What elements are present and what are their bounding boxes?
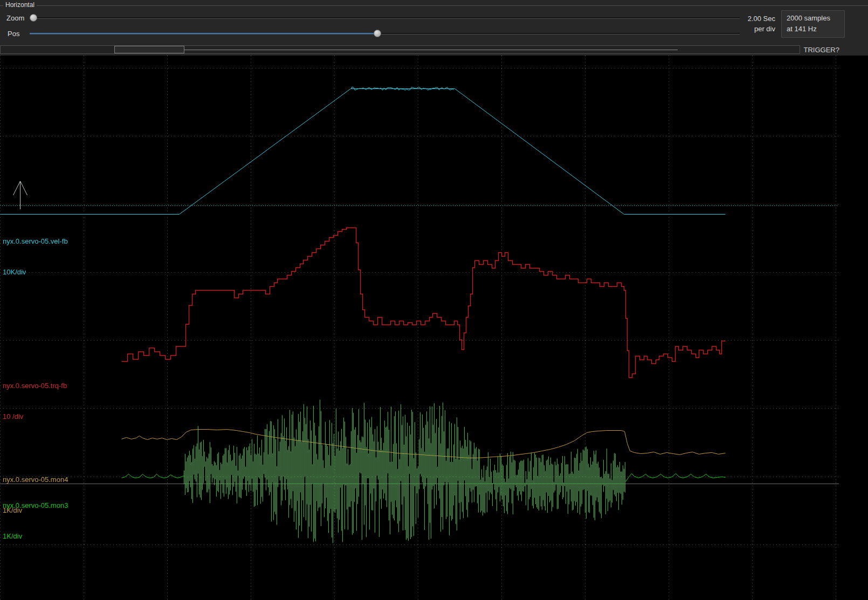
channel-scale: 1K/div bbox=[3, 531, 68, 541]
channel-name: nyx.0.servo-05.vel-fb bbox=[3, 236, 68, 246]
pos-slider-thumb[interactable] bbox=[374, 30, 381, 37]
zoom-slider-thumb[interactable] bbox=[30, 14, 37, 22]
zoom-label: Zoom bbox=[6, 14, 24, 22]
trigger-status[interactable]: TRIGGER? bbox=[780, 46, 839, 54]
channel-label-trq-fb: nyx.0.servo-05.trq-fb 10 /div bbox=[3, 360, 67, 442]
samples-rate: at 141 Hz bbox=[787, 24, 844, 35]
record-row: TRIGGER? bbox=[0, 45, 868, 55]
channel-name: nyx.0.servo-05.trq-fb bbox=[3, 381, 67, 391]
pos-label: Pos bbox=[8, 30, 19, 38]
record-extent-line bbox=[115, 50, 678, 50]
samples-count: 2000 samples bbox=[787, 13, 844, 24]
zoom-slider-track[interactable] bbox=[30, 17, 740, 18]
pos-slider-fill bbox=[30, 33, 377, 34]
time-per-div-value: 2.00 Sec bbox=[712, 13, 775, 24]
zoom-slider[interactable] bbox=[30, 14, 740, 22]
horizontal-frame-border bbox=[0, 5, 868, 6]
channel-scale: 10K/div bbox=[3, 267, 68, 277]
channel-label-mon3: nyx.0.servo-05.mon3 1K/div bbox=[3, 480, 68, 562]
channel-scale: 10 /div bbox=[3, 411, 67, 422]
pos-slider[interactable] bbox=[30, 30, 740, 38]
channel-label-vel-fb: nyx.0.servo-05.vel-fb 10K/div bbox=[3, 216, 68, 298]
samples-info-box: 2000 samples at 141 Hz bbox=[781, 10, 845, 38]
record-position-bar[interactable] bbox=[0, 45, 800, 54]
scope-display bbox=[0, 56, 868, 600]
halscope-window: Horizontal Zoom Pos 2.00 Sec per div 200… bbox=[0, 0, 868, 600]
time-per-div: 2.00 Sec per div bbox=[712, 13, 775, 34]
time-per-div-unit: per div bbox=[712, 24, 775, 34]
horizontal-frame-title: Horizontal bbox=[3, 1, 37, 9]
record-window-thumb[interactable] bbox=[114, 46, 184, 53]
channel-name: nyx.0.servo-05.mon3 bbox=[3, 500, 68, 511]
